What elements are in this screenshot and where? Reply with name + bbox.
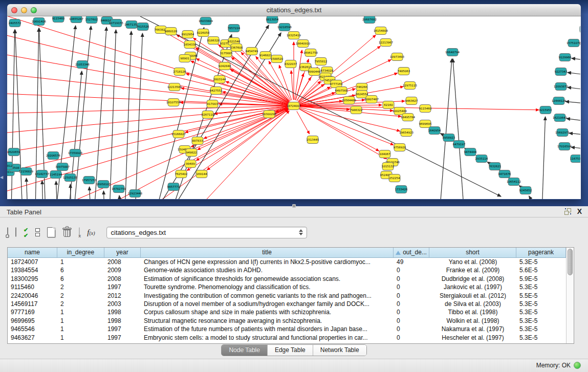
graph-node[interactable]: 20691406: [32, 18, 46, 26]
select-rows-icon[interactable]: ✔✔: [24, 227, 28, 238]
graph-node[interactable]: 20687682: [362, 16, 377, 24]
graph-node[interactable]: 9129966: [559, 54, 572, 61]
graph-node[interactable]: 16648794: [445, 49, 460, 56]
graph-node[interactable]: 1167533: [570, 155, 580, 163]
table-cell[interactable]: 9699695: [8, 317, 57, 325]
graph-node[interactable]: 19654923: [399, 129, 413, 137]
table-cell[interactable]: 9465546: [8, 325, 57, 333]
table-cell[interactable]: 5.5E-5: [516, 292, 566, 300]
graph-node[interactable]: 7632621: [489, 163, 502, 170]
graph-node[interactable]: 949822: [186, 149, 197, 157]
graph-node[interactable]: 1145194: [50, 171, 62, 179]
graph-node[interactable]: 1588520: [271, 55, 284, 63]
graph-node[interactable]: 8226058: [197, 29, 210, 37]
graph-node[interactable]: 1640954: [428, 127, 441, 135]
graph-node[interactable]: 2405572: [9, 19, 21, 27]
table-cell[interactable]: Jankovic et al. (1997): [429, 283, 516, 291]
table-cell[interactable]: Genome-wide association studies in ADHD.: [141, 266, 394, 274]
graph-node[interactable]: 16782759: [112, 185, 126, 193]
graph-node[interactable]: 16154808: [374, 27, 388, 35]
column-header-name[interactable]: name: [8, 248, 57, 257]
column-header-title[interactable]: title: [141, 248, 394, 257]
table-cell[interactable]: 1: [57, 258, 104, 266]
new-table-icon[interactable]: [47, 227, 55, 237]
graph-node[interactable]: 169144: [196, 170, 207, 178]
window-titlebar[interactable]: citations_edges.txt: [7, 4, 581, 16]
graph-node[interactable]: 9756928: [394, 144, 406, 151]
table-cell[interactable]: 1: [57, 325, 104, 333]
graph-node[interactable]: 7955812: [315, 58, 328, 65]
graph-node[interactable]: 9699695: [419, 120, 432, 128]
table-cell[interactable]: Disruption of a novel member of a sodium…: [141, 300, 394, 308]
graph-node[interactable]: 10719155: [109, 19, 123, 27]
table-row[interactable]: 1456911722003Disruption of a novel membe…: [8, 300, 566, 308]
table-cell[interactable]: 49: [394, 258, 429, 266]
graph-node[interactable]: 7986322: [350, 106, 363, 114]
table-cell[interactable]: 1997: [104, 283, 141, 291]
graph-node[interactable]: 15123: [580, 26, 580, 33]
table-cell[interactable]: Dudbridge et al. (2008): [429, 275, 516, 283]
table-cell[interactable]: 5.3E-5: [516, 258, 566, 266]
tab-network-table[interactable]: Network Table: [313, 345, 366, 356]
graph-node[interactable]: 12093872: [554, 83, 568, 91]
table-cell[interactable]: 18724007: [8, 258, 57, 266]
table-cell[interactable]: 1998: [104, 308, 141, 316]
table-row[interactable]: 1938455462009Genome-wide association stu…: [8, 266, 566, 274]
graph-node[interactable]: 3175685: [220, 50, 233, 57]
table-cell[interactable]: 1: [57, 317, 104, 325]
graph-node[interactable]: 8427552: [210, 87, 223, 95]
table-cell[interactable]: 5.3E-5: [516, 300, 566, 308]
graph-node[interactable]: 16961758: [303, 49, 318, 57]
graph-node[interactable]: 17359928: [68, 149, 82, 157]
graph-node[interactable]: 10807467: [364, 96, 379, 103]
column-header-short[interactable]: short: [429, 248, 516, 257]
graph-node[interactable]: 817003: [207, 100, 218, 108]
graph-node[interactable]: 7485063: [398, 68, 410, 75]
graph-node[interactable]: 16033809: [199, 17, 213, 25]
graph-node[interactable]: 10973493: [390, 53, 404, 61]
network-graph[interactable]: 2405572206914069115460106552871527602846…: [7, 16, 580, 199]
graph-node[interactable]: 9115460: [419, 105, 432, 113]
table-cell[interactable]: Estimation of the future numbers of pati…: [141, 325, 394, 333]
graph-node[interactable]: 15692971: [555, 129, 570, 137]
table-cell[interactable]: Nakamura et al. (1997): [429, 325, 516, 333]
table-cell[interactable]: Embryonic stem cells: a model to study s…: [141, 334, 394, 342]
graph-node[interactable]: 746266: [356, 83, 367, 91]
sidebar-collapse-arrow[interactable]: ◀: [0, 175, 3, 180]
graph-node[interactable]: 1527602: [85, 16, 98, 24]
table-cell[interactable]: 1998: [104, 317, 141, 325]
table-cell[interactable]: 2008: [104, 258, 141, 266]
network-canvas[interactable]: 2405572206914069115460106552871527602846…: [7, 16, 581, 199]
graph-node[interactable]: 10655287: [69, 16, 83, 23]
table-settings-icon[interactable]: [7, 228, 8, 237]
table-cell[interactable]: 2: [57, 292, 104, 300]
graph-node[interactable]: 8471676: [498, 170, 511, 178]
table-cell[interactable]: Corpus callosum shape and size in male p…: [141, 308, 394, 316]
graph-node[interactable]: 8267110: [202, 111, 214, 119]
graph-node[interactable]: 18640910: [296, 40, 310, 48]
table-cell[interactable]: 9463627: [8, 334, 57, 342]
table-cell[interactable]: 2: [57, 300, 104, 308]
graph-node[interactable]: 17016504: [557, 143, 572, 150]
column-header-in_degree[interactable]: in_degree: [57, 248, 104, 257]
graph-node[interactable]: 7615526: [137, 23, 149, 31]
table-cell[interactable]: 2008: [104, 275, 141, 283]
table-row[interactable]: 977716911998Corpus callosum shape and si…: [8, 308, 566, 316]
table-row[interactable]: 1830029562008Estimation of significance …: [8, 275, 566, 283]
table-cell[interactable]: 5.6E-5: [516, 266, 566, 274]
delete-column-icon[interactable]: [62, 227, 72, 237]
table-row[interactable]: 946554611997Estimation of the future num…: [8, 325, 566, 333]
table-cell[interactable]: 0: [394, 308, 429, 316]
table-cell[interactable]: Estimation of significance thresholds fo…: [141, 275, 394, 283]
graph-node[interactable]: 181812: [7, 162, 13, 170]
graph-node[interactable]: 8215953: [539, 106, 552, 114]
table-cell[interactable]: 1: [57, 334, 104, 342]
graph-node[interactable]: 8186328: [207, 37, 220, 45]
graph-node[interactable]: 10654112: [507, 178, 521, 186]
graph-node[interactable]: 15166827: [171, 130, 186, 138]
graph-node[interactable]: 19218596: [277, 24, 292, 31]
table-cell[interactable]: 1997: [104, 325, 141, 333]
table-row[interactable]: 2242004622012Investigating the contribut…: [8, 292, 566, 300]
table-row[interactable]: 946362711997Embryonic stem cells: a mode…: [8, 334, 566, 342]
table-cell[interactable]: 5.3E-5: [516, 283, 566, 291]
